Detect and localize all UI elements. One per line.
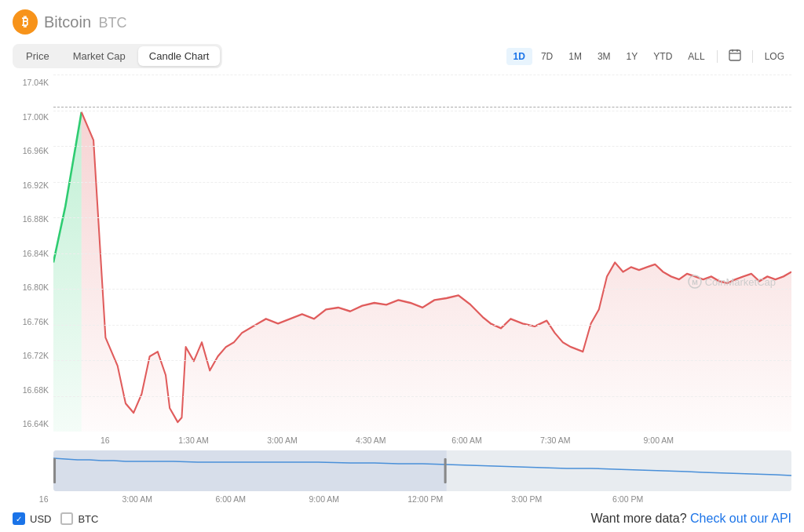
mini-x-4: 12:00 PM xyxy=(407,494,443,504)
time-1m[interactable]: 1M xyxy=(561,48,589,65)
usd-checkbox[interactable] xyxy=(13,512,25,525)
coin-symbol: BTC xyxy=(99,15,127,31)
grid-4 xyxy=(53,217,791,218)
calendar-icon xyxy=(729,49,741,61)
grid-0 xyxy=(53,75,791,75)
mini-x-0: 16 xyxy=(39,494,49,504)
currency-toggles: USD BTC xyxy=(13,512,98,525)
grid-9 xyxy=(53,396,791,397)
api-link[interactable]: Check out our API xyxy=(690,512,791,525)
usd-label: USD xyxy=(30,513,51,525)
x-label-5: 7:30 AM xyxy=(540,435,571,445)
tab-market-cap[interactable]: Market Cap xyxy=(62,46,137,66)
grid-6 xyxy=(53,289,791,290)
time-1y[interactable]: 1Y xyxy=(619,48,645,65)
y-label-6: 16.80K xyxy=(13,282,49,292)
chart-area: 17.04K 17.00K 16.96K 16.92K 16.88K 16.84… xyxy=(13,75,791,526)
grid-5 xyxy=(53,253,791,254)
header-title: Bitcoin BTC xyxy=(44,13,127,31)
separator-1 xyxy=(717,50,718,63)
y-label-9: 16.68K xyxy=(13,385,49,395)
y-label-2: 16.96K xyxy=(13,146,49,155)
calendar-button[interactable] xyxy=(722,46,747,67)
grid-7 xyxy=(53,325,791,326)
y-label-5: 16.84K xyxy=(13,249,49,258)
time-all[interactable]: ALL xyxy=(681,48,711,65)
svg-rect-8 xyxy=(53,458,56,483)
grid-8 xyxy=(53,360,791,361)
y-label-10: 16.64K xyxy=(13,419,49,428)
log-button[interactable]: LOG xyxy=(758,48,791,65)
mini-x-5: 3:00 PM xyxy=(511,494,542,504)
app-container: ₿ Bitcoin BTC Price Market Cap Candle Ch… xyxy=(0,0,804,532)
chart-canvas: M CoinMarketCap xyxy=(53,75,791,432)
grid-3 xyxy=(53,182,791,183)
y-label-8: 16.72K xyxy=(13,351,49,360)
grid-2 xyxy=(53,146,791,147)
y-label-4: 16.88K xyxy=(13,214,49,224)
y-label-0: 17.04K xyxy=(13,78,49,87)
btc-checkbox[interactable] xyxy=(60,512,73,525)
bottom-bar: USD BTC Want more data? Check out our AP… xyxy=(13,507,791,526)
logo-letter: ₿ xyxy=(22,15,28,29)
toolbar: Price Market Cap Candle Chart 1D 7D 1M 3… xyxy=(13,44,791,68)
tab-candle-chart[interactable]: Candle Chart xyxy=(138,46,221,66)
grid-1 xyxy=(53,111,791,111)
svg-rect-0 xyxy=(729,50,740,60)
grid-highlight xyxy=(53,107,791,107)
svg-rect-7 xyxy=(53,450,447,491)
y-label-3: 16.92K xyxy=(13,180,49,190)
usd-toggle[interactable]: USD xyxy=(13,512,51,525)
x-label-0: 16 xyxy=(100,435,110,445)
mini-chart-svg xyxy=(53,450,791,491)
mini-x-3: 9:00 AM xyxy=(309,494,340,504)
api-section: Want more data? Check out our API xyxy=(590,512,791,526)
y-label-7: 16.76K xyxy=(13,317,49,326)
time-ytd[interactable]: YTD xyxy=(646,48,679,65)
time-3m[interactable]: 3M xyxy=(590,48,618,65)
x-label-4: 6:00 AM xyxy=(451,435,482,445)
separator-2 xyxy=(752,50,753,63)
tab-price[interactable]: Price xyxy=(15,46,60,66)
y-axis: 17.04K 17.00K 16.96K 16.92K 16.88K 16.84… xyxy=(13,75,53,432)
tabs-container: Price Market Cap Candle Chart xyxy=(13,44,222,68)
x-label-3: 4:30 AM xyxy=(356,435,386,445)
x-axis: 16 1:30 AM 3:00 AM 4:30 AM 6:00 AM 7:30 … xyxy=(53,432,791,449)
time-controls: 1D 7D 1M 3M 1Y YTD ALL LOG xyxy=(506,46,791,67)
mini-x-2: 6:00 AM xyxy=(215,494,246,504)
btc-toggle[interactable]: BTC xyxy=(60,512,98,525)
mini-x-axis: 16 3:00 AM 6:00 AM 9:00 AM 12:00 PM 3:00… xyxy=(13,491,791,507)
mini-x-1: 3:00 AM xyxy=(122,494,152,504)
btc-label: BTC xyxy=(78,513,98,525)
x-label-1: 1:30 AM xyxy=(178,435,209,445)
mini-chart[interactable] xyxy=(53,450,791,491)
bitcoin-logo: ₿ xyxy=(13,9,38,35)
x-label-2: 3:00 AM xyxy=(267,435,298,445)
svg-rect-9 xyxy=(444,458,447,483)
y-label-1: 17.00K xyxy=(13,112,49,122)
x-label-6: 9:00 AM xyxy=(644,435,674,445)
time-7d[interactable]: 7D xyxy=(534,48,560,65)
header: ₿ Bitcoin BTC xyxy=(13,9,791,35)
mini-x-6: 6:00 PM xyxy=(612,494,643,504)
time-1d[interactable]: 1D xyxy=(506,48,532,65)
main-chart: 17.04K 17.00K 16.96K 16.92K 16.88K 16.84… xyxy=(13,75,791,432)
coin-name: Bitcoin xyxy=(44,13,91,31)
api-text: Want more data? xyxy=(590,512,686,525)
